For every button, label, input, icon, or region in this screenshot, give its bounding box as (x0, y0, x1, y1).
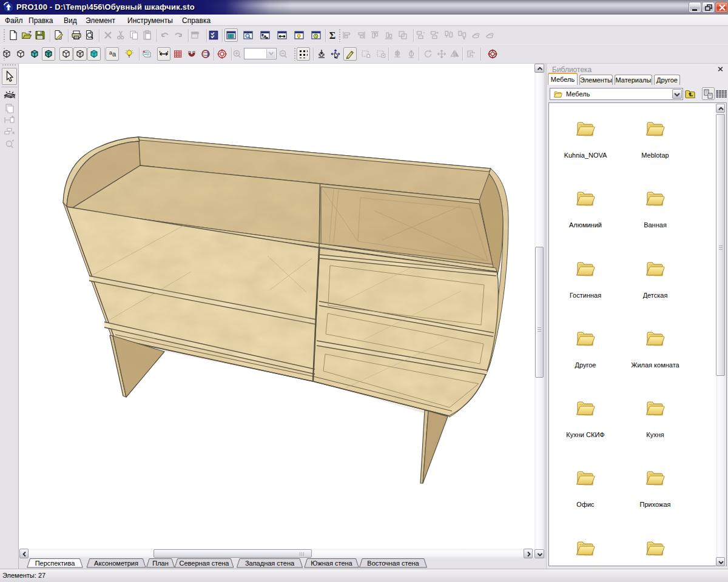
svg-text:a: a (112, 50, 116, 58)
svg-text:Σ: Σ (329, 30, 335, 41)
